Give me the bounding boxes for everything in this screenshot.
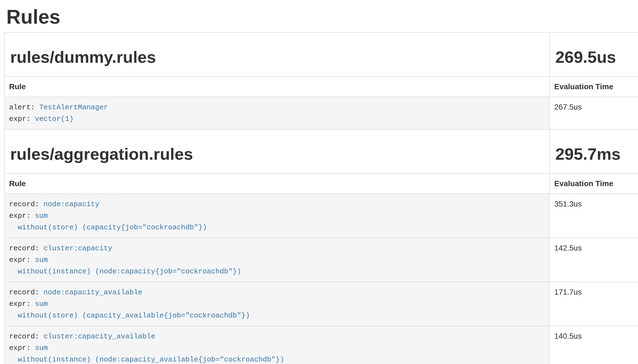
rule-row: alert: TestAlertManager expr: vector(1) … — [4, 97, 638, 129]
evaluation-time-value: 171.7us — [554, 287, 637, 298]
group-eval-total-cell: 269.5us — [550, 32, 638, 77]
evaluation-time-value: 142.5us — [554, 243, 637, 254]
rule-code-line: record: cluster:capacity_available — [9, 331, 545, 342]
expr-link[interactable]: without(store) (capacity_available{job="… — [9, 311, 250, 320]
code-key: record: — [9, 200, 44, 208]
evaluation-time-cell: 171.7us — [550, 282, 638, 326]
rule-group-name: rules/aggregation.rules — [10, 145, 545, 163]
rule-cell: alert: TestAlertManager expr: vector(1) — [4, 97, 550, 129]
record-name-link[interactable]: node:capacity_available — [44, 288, 142, 297]
rule-code-line: alert: TestAlertManager — [9, 102, 545, 113]
rule-code-line: expr: sum — [9, 254, 545, 266]
rule-code-line: expr: sum — [9, 210, 545, 222]
expr-link[interactable]: without(instance) (node:capacity{job="co… — [9, 267, 241, 276]
rule-code-line: record: node:capacity_available — [9, 287, 545, 298]
evaluation-time-column-header-label: Evaluation Time — [554, 179, 613, 188]
code-key: expr: — [9, 256, 35, 264]
evaluation-time-column-header-label: Evaluation Time — [554, 82, 613, 91]
evaluation-time-value: 267.5us — [554, 102, 637, 113]
expr-link[interactable]: without(instance) (node:capacity_availab… — [9, 355, 284, 364]
rule-row: record: node:capacity expr: sum without(… — [4, 194, 638, 238]
code-key: expr: — [9, 344, 35, 352]
rule-code-line: expr: sum — [9, 342, 545, 354]
rules-table: rules/dummy.rules 269.5us Rule Evaluatio… — [4, 32, 638, 364]
rule-code-line: record: cluster:capacity — [9, 243, 545, 254]
rule-code-line: expr: sum — [9, 298, 545, 310]
column-header-row: Rule Evaluation Time — [4, 173, 638, 194]
evaluation-time-cell: 351.3us — [550, 194, 638, 238]
rule-row: record: node:capacity_available expr: su… — [4, 282, 638, 326]
evaluation-time-cell: 140.5us — [550, 326, 638, 364]
column-header-row: Rule Evaluation Time — [4, 77, 638, 97]
rule-column-header: Rule — [4, 77, 550, 97]
code-key: expr: — [9, 115, 35, 123]
expr-link[interactable]: sum — [35, 212, 48, 220]
group-evaluation-time: 269.5us — [555, 48, 637, 66]
group-evaluation-time: 295.7ms — [555, 145, 637, 163]
group-eval-total-cell: 295.7ms — [550, 129, 638, 173]
rule-row: record: cluster:capacity_available expr:… — [4, 326, 638, 364]
expr-link[interactable]: sum — [35, 344, 48, 352]
rule-cell: record: node:capacity_available expr: su… — [4, 282, 550, 326]
record-name-link[interactable]: cluster:capacity — [44, 244, 112, 252]
rule-cell: record: cluster:capacity expr: sum witho… — [4, 238, 550, 282]
rule-cell: record: node:capacity expr: sum without(… — [4, 194, 550, 238]
code-key: expr: — [9, 212, 35, 220]
expr-link[interactable]: vector(1) — [35, 115, 74, 123]
record-name-link[interactable]: cluster:capacity_available — [44, 332, 155, 341]
rule-code-line: without(instance) (node:capacity_availab… — [9, 354, 545, 364]
rule-code-line: record: node:capacity — [9, 199, 545, 210]
group-header-row: rules/aggregation.rules 295.7ms — [4, 129, 638, 173]
rule-column-header-label: Rule — [9, 179, 26, 188]
code-key: expr: — [9, 300, 35, 308]
expr-link[interactable]: sum — [35, 256, 48, 264]
rule-column-header-label: Rule — [9, 82, 26, 91]
evaluation-time-column-header: Evaluation Time — [550, 77, 638, 97]
rule-code-line: without(store) (capacity_available{job="… — [9, 310, 545, 321]
code-key: alert: — [9, 103, 39, 112]
code-key: record: — [9, 332, 44, 341]
group-header-row: rules/dummy.rules 269.5us — [4, 32, 638, 77]
group-name-cell: rules/dummy.rules — [4, 32, 550, 77]
evaluation-time-cell: 267.5us — [550, 97, 638, 129]
rule-code-line: without(instance) (node:capacity{job="co… — [9, 266, 545, 277]
evaluation-time-column-header: Evaluation Time — [550, 173, 638, 194]
code-key: record: — [9, 288, 44, 297]
rule-row: record: cluster:capacity expr: sum witho… — [4, 238, 638, 282]
rule-column-header: Rule — [4, 173, 550, 194]
rule-cell: record: cluster:capacity_available expr:… — [4, 326, 550, 364]
code-key: record: — [9, 244, 44, 252]
expr-link[interactable]: without(store) (capacity{job="cockroachd… — [9, 223, 207, 232]
alert-name-link[interactable]: TestAlertManager — [39, 103, 108, 112]
evaluation-time-cell: 142.5us — [550, 238, 638, 282]
evaluation-time-value: 140.5us — [554, 331, 637, 342]
evaluation-time-value: 351.3us — [554, 199, 637, 210]
record-name-link[interactable]: node:capacity — [44, 200, 99, 208]
page-title: Rules — [6, 6, 638, 28]
expr-link[interactable]: sum — [35, 300, 48, 308]
rule-group-name: rules/dummy.rules — [10, 48, 545, 66]
rule-code-line: without(store) (capacity{job="cockroachd… — [9, 222, 545, 233]
group-name-cell: rules/aggregation.rules — [4, 129, 550, 173]
rule-code-line: expr: vector(1) — [9, 113, 545, 125]
